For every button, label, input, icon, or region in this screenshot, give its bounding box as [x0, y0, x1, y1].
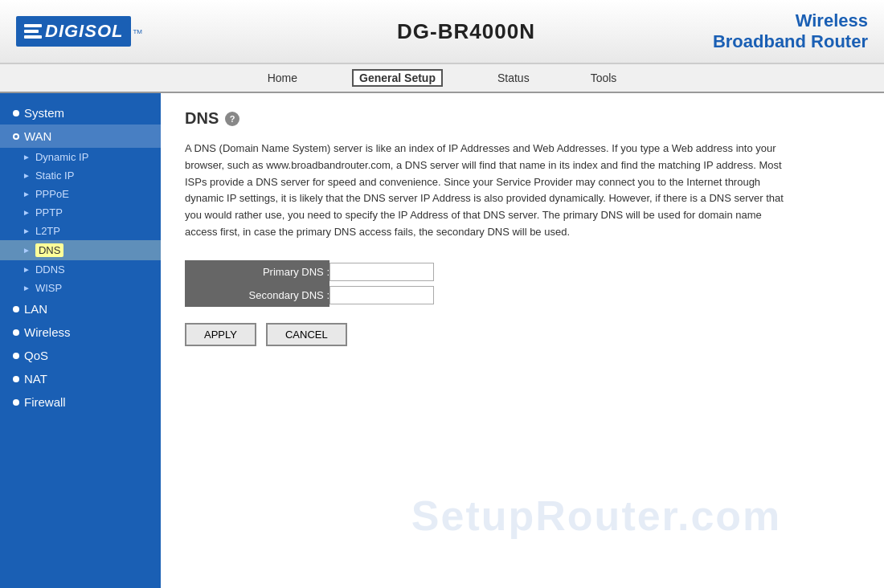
logo-lines-icon: [24, 24, 42, 39]
logo-line-3: [24, 35, 42, 39]
sidebar-item-nat[interactable]: NAT: [0, 367, 161, 390]
sidebar-label-firewall: Firewall: [24, 395, 66, 409]
sidebar: System WAN ► Dynamic IP ► Static IP ► PP…: [0, 93, 161, 588]
arrow-icon: ►: [23, 208, 31, 217]
apply-button[interactable]: APPLY: [185, 323, 256, 346]
secondary-dns-input-cell: [329, 284, 434, 307]
bullet-icon: [13, 353, 19, 359]
cancel-button[interactable]: CANCEL: [266, 323, 347, 346]
sidebar-item-lan[interactable]: LAN: [0, 297, 161, 321]
subtitle-wireless: Wireless: [691, 10, 868, 31]
subitem-label-dynamic-ip: Dynamic IP: [35, 151, 88, 163]
subitem-label-dns: DNS: [35, 243, 63, 257]
sidebar-subitem-pptp[interactable]: ► PPTP: [0, 203, 161, 222]
page-title: DNS ?: [185, 109, 860, 128]
header-subtitle: Wireless Broadband Router: [691, 10, 868, 52]
sidebar-label-system: System: [24, 106, 64, 120]
content-description: A DNS (Domain Name System) server is lik…: [185, 141, 796, 241]
sidebar-label-wan: WAN: [24, 129, 51, 143]
dns-form: Primary DNS : Secondary DNS :: [185, 260, 434, 307]
arrow-icon: ►: [23, 227, 31, 235]
subitem-label-l2tp: L2TP: [35, 225, 60, 237]
bullet-icon: [13, 376, 19, 382]
sidebar-subitem-l2tp[interactable]: ► L2TP: [0, 222, 161, 240]
sidebar-label-wireless: Wireless: [24, 325, 71, 339]
bullet-icon: [13, 399, 19, 406]
bullet-icon: [13, 110, 19, 116]
form-row-primary-dns: Primary DNS :: [185, 260, 434, 284]
sidebar-item-firewall[interactable]: Firewall: [0, 390, 161, 414]
logo-line-2: [24, 30, 39, 33]
arrow-icon: ►: [23, 190, 31, 198]
arrow-icon: ►: [23, 284, 31, 292]
nav-general-setup[interactable]: General Setup: [352, 69, 443, 87]
logo-box: DIGISOL: [16, 16, 131, 47]
sidebar-subitem-wisp[interactable]: ► WISP: [0, 279, 161, 297]
subtitle-broadband: Broadband Router: [691, 31, 868, 52]
subitem-label-pptp: PPTP: [35, 206, 63, 218]
logo-area: DIGISOL TM: [16, 16, 241, 47]
subitem-label-ddns: DDNS: [35, 263, 65, 276]
watermark: SetupRouter.com: [411, 492, 781, 540]
subitem-label-pppoe: PPPoE: [35, 188, 69, 200]
logo-text: DIGISOL: [45, 21, 123, 42]
content-area: DNS ? A DNS (Domain Name System) server …: [161, 93, 884, 588]
sidebar-subitem-static-ip[interactable]: ► Static IP: [0, 166, 161, 185]
sidebar-subitem-dns[interactable]: ► DNS: [0, 240, 161, 260]
arrow-icon: ►: [23, 153, 31, 161]
sidebar-item-wireless[interactable]: Wireless: [0, 321, 161, 344]
primary-dns-input[interactable]: [329, 263, 434, 281]
sidebar-subitem-ddns[interactable]: ► DDNS: [0, 260, 161, 279]
sidebar-item-wan[interactable]: WAN: [0, 125, 161, 148]
arrow-icon: ►: [23, 171, 31, 180]
nav-status[interactable]: Status: [491, 70, 536, 86]
form-buttons: APPLY CANCEL: [185, 323, 860, 346]
device-name-title: DG-BR4000N: [241, 19, 691, 44]
logo-line-1: [24, 24, 42, 27]
navbar: Home General Setup Status Tools: [0, 64, 884, 93]
header: DIGISOL TM DG-BR4000N Wireless Broadband…: [0, 0, 884, 64]
arrow-icon: ►: [23, 265, 31, 274]
main-layout: System WAN ► Dynamic IP ► Static IP ► PP…: [0, 93, 884, 588]
subitem-label-static-ip: Static IP: [35, 169, 74, 182]
secondary-dns-label: Secondary DNS :: [185, 284, 329, 307]
sidebar-subitem-dynamic-ip[interactable]: ► Dynamic IP: [0, 148, 161, 166]
form-row-secondary-dns: Secondary DNS :: [185, 284, 434, 307]
bullet-open-icon: [13, 133, 19, 140]
help-icon[interactable]: ?: [225, 112, 239, 126]
arrow-icon: ►: [23, 246, 31, 255]
logo-trademark: TM: [133, 28, 142, 35]
bullet-icon: [13, 306, 19, 312]
page-title-text: DNS: [185, 109, 219, 128]
sidebar-wan-subitems: ► Dynamic IP ► Static IP ► PPPoE ► PPTP …: [0, 148, 161, 297]
nav-home[interactable]: Home: [261, 70, 304, 86]
sidebar-item-qos[interactable]: QoS: [0, 344, 161, 367]
sidebar-label-lan: LAN: [24, 302, 47, 316]
sidebar-item-system[interactable]: System: [0, 101, 161, 125]
sidebar-label-nat: NAT: [24, 372, 47, 386]
nav-tools[interactable]: Tools: [584, 70, 624, 86]
bullet-icon: [13, 329, 19, 336]
subitem-label-wisp: WISP: [35, 282, 62, 294]
sidebar-subitem-pppoe[interactable]: ► PPPoE: [0, 185, 161, 203]
secondary-dns-input[interactable]: [329, 286, 434, 304]
sidebar-label-qos: QoS: [24, 349, 48, 362]
header-device-name: DG-BR4000N: [241, 19, 691, 44]
primary-dns-input-cell: [329, 260, 434, 284]
primary-dns-label: Primary DNS :: [185, 260, 329, 284]
